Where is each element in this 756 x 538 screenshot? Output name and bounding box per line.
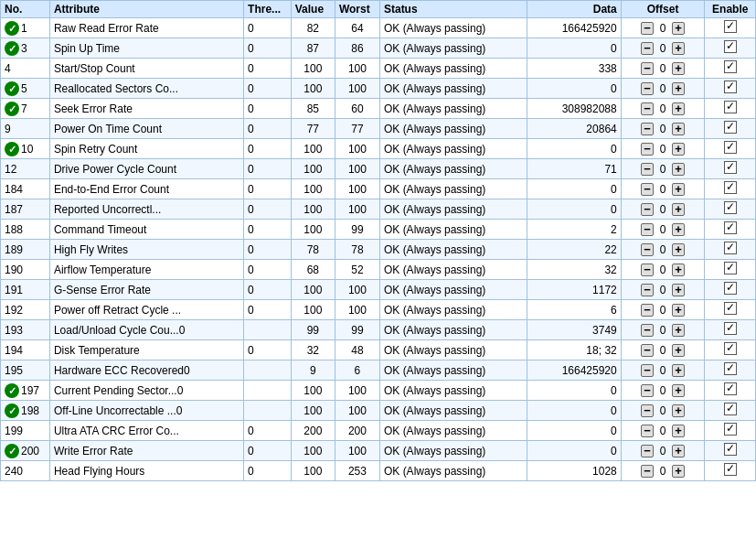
offset-plus-button[interactable]: +: [672, 324, 685, 337]
enable-checkbox[interactable]: [724, 382, 737, 395]
offset-minus-button[interactable]: −: [641, 243, 654, 256]
enable-checkbox[interactable]: [724, 81, 737, 93]
offset-minus-button[interactable]: −: [641, 163, 654, 176]
offset-plus-button[interactable]: +: [672, 22, 685, 35]
cell-data: 0: [527, 38, 621, 59]
offset-plus-button[interactable]: +: [672, 243, 685, 256]
enable-checkbox[interactable]: [724, 221, 737, 234]
cell-attribute: Disk Temperature: [49, 340, 243, 360]
offset-value: 0: [655, 425, 670, 437]
offset-plus-button[interactable]: +: [672, 82, 685, 95]
enable-checkbox[interactable]: [724, 423, 737, 436]
offset-minus-button[interactable]: −: [641, 82, 654, 95]
enable-checkbox[interactable]: [724, 322, 737, 335]
enable-checkbox[interactable]: [724, 121, 737, 134]
table-row: 184End-to-End Error Count0100100OK (Alwa…: [1, 179, 756, 199]
enable-checkbox[interactable]: [724, 342, 737, 355]
offset-plus-button[interactable]: +: [672, 203, 685, 216]
offset-value: 0: [655, 364, 670, 377]
cell-value: 100: [291, 300, 335, 320]
cell-offset: −0+: [621, 159, 705, 179]
offset-plus-button[interactable]: +: [672, 384, 685, 397]
cell-offset: −0+: [621, 79, 705, 99]
offset-plus-button[interactable]: +: [672, 102, 685, 115]
enable-checkbox[interactable]: [724, 282, 737, 295]
offset-minus-button[interactable]: −: [641, 465, 654, 478]
cell-offset: −0+: [621, 179, 705, 199]
offset-minus-button[interactable]: −: [641, 324, 654, 337]
offset-minus-button[interactable]: −: [641, 42, 654, 55]
enable-checkbox[interactable]: [724, 242, 737, 254]
cell-worst: 100: [335, 179, 379, 199]
offset-minus-button[interactable]: −: [641, 404, 654, 417]
offset-minus-button[interactable]: −: [641, 203, 654, 216]
offset-plus-button[interactable]: +: [672, 183, 685, 196]
offset-minus-button[interactable]: −: [641, 62, 654, 75]
enable-checkbox[interactable]: [724, 403, 737, 415]
enable-checkbox[interactable]: [724, 161, 737, 174]
enable-checkbox[interactable]: [724, 181, 737, 194]
cell-enable: [705, 381, 756, 401]
cell-no: ✓1: [1, 18, 50, 38]
offset-plus-button[interactable]: +: [672, 223, 685, 236]
cell-value: 85: [291, 99, 335, 119]
enable-checkbox[interactable]: [724, 20, 737, 33]
cell-enable: [705, 260, 756, 280]
cell-attribute: Spin Up Time: [49, 38, 243, 59]
offset-plus-button[interactable]: +: [672, 425, 685, 437]
offset-plus-button[interactable]: +: [672, 344, 685, 357]
offset-minus-button[interactable]: −: [641, 123, 654, 135]
cell-attribute: G-Sense Error Rate: [49, 280, 243, 300]
offset-minus-button[interactable]: −: [641, 284, 654, 296]
offset-minus-button[interactable]: −: [641, 183, 654, 196]
cell-attribute: Drive Power Cycle Count: [49, 159, 243, 179]
offset-plus-button[interactable]: +: [672, 364, 685, 377]
cell-attribute: Head Flying Hours: [49, 461, 243, 481]
cell-worst: 100: [335, 381, 379, 401]
offset-plus-button[interactable]: +: [672, 143, 685, 156]
cell-value: 82: [291, 18, 335, 38]
offset-value: 0: [655, 404, 670, 417]
offset-minus-button[interactable]: −: [641, 364, 654, 377]
enable-checkbox[interactable]: [724, 463, 737, 476]
offset-minus-button[interactable]: −: [641, 102, 654, 115]
cell-worst: 100: [335, 280, 379, 300]
offset-minus-button[interactable]: −: [641, 425, 654, 437]
enable-checkbox[interactable]: [724, 302, 737, 315]
offset-plus-button[interactable]: +: [672, 465, 685, 478]
offset-plus-button[interactable]: +: [672, 445, 685, 457]
offset-minus-button[interactable]: −: [641, 445, 654, 457]
enable-checkbox[interactable]: [724, 60, 737, 73]
col-header-value: Value: [291, 1, 335, 18]
cell-data: 308982088: [527, 99, 621, 119]
table-row: ✓3Spin Up Time08786OK (Always passing)0−…: [1, 38, 756, 59]
cell-status: OK (Always passing): [379, 381, 527, 401]
offset-plus-button[interactable]: +: [672, 163, 685, 176]
offset-minus-button[interactable]: −: [641, 344, 654, 357]
cell-value: 100: [291, 79, 335, 99]
offset-plus-button[interactable]: +: [672, 284, 685, 296]
enable-checkbox[interactable]: [724, 101, 737, 113]
offset-minus-button[interactable]: −: [641, 143, 654, 156]
offset-plus-button[interactable]: +: [672, 42, 685, 55]
offset-plus-button[interactable]: +: [672, 62, 685, 75]
offset-value: 0: [655, 22, 670, 35]
enable-checkbox[interactable]: [724, 141, 737, 154]
enable-checkbox[interactable]: [724, 201, 737, 214]
offset-minus-button[interactable]: −: [641, 264, 654, 276]
offset-minus-button[interactable]: −: [641, 384, 654, 397]
enable-checkbox[interactable]: [724, 40, 737, 53]
offset-plus-button[interactable]: +: [672, 264, 685, 276]
offset-plus-button[interactable]: +: [672, 404, 685, 417]
offset-value: 0: [655, 163, 670, 176]
offset-plus-button[interactable]: +: [672, 304, 685, 317]
enable-checkbox[interactable]: [724, 362, 737, 375]
enable-checkbox[interactable]: [724, 443, 737, 456]
offset-minus-button[interactable]: −: [641, 223, 654, 236]
enable-checkbox[interactable]: [724, 262, 737, 274]
offset-minus-button[interactable]: −: [641, 22, 654, 35]
offset-plus-button[interactable]: +: [672, 123, 685, 135]
offset-value: 0: [655, 344, 670, 357]
offset-minus-button[interactable]: −: [641, 304, 654, 317]
col-header-no: No.: [1, 1, 50, 18]
